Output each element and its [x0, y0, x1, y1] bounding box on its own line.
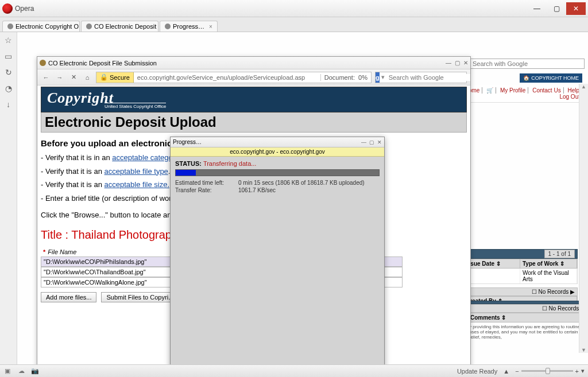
- rate-label: Transfer Rate:: [175, 187, 238, 193]
- stop-button[interactable]: ✕: [68, 72, 79, 83]
- copyright-home-button[interactable]: 🏠 COPYRIGHT HOME: [520, 73, 582, 83]
- window-buttons: — ▢ ✕: [527, 2, 586, 15]
- submit-files-button[interactable]: Submit Files to Copyri…: [101, 292, 180, 302]
- cloud-icon[interactable]: ☁: [17, 367, 25, 375]
- link-acceptable-file-size[interactable]: acceptable file size.: [105, 180, 169, 189]
- close-icon[interactable]: ×: [209, 24, 212, 30]
- search-input[interactable]: [386, 74, 470, 81]
- eta-label: Estimated time left:: [175, 180, 238, 186]
- progress-status: STATUS: Transferring data...: [171, 157, 384, 168]
- address-bar[interactable]: 🔒 Secure eco.copyright.gov/eService_enu/…: [96, 72, 372, 83]
- opera-logo-icon: [2, 3, 13, 14]
- add-more-files-button[interactable]: Add more files...: [41, 292, 96, 302]
- link-acceptable-file-type[interactable]: acceptable file type: [105, 167, 168, 176]
- progress-bar: [175, 169, 380, 176]
- back-button[interactable]: ←: [41, 72, 51, 83]
- opera-title: Opera: [15, 5, 527, 13]
- tab-label: CO Electronic Deposit …: [94, 23, 158, 30]
- zoom-slider[interactable]: − + ▾: [515, 367, 585, 375]
- progress-dialog: Progress… — ▢ ✕ eco.copyright.gov - eco.…: [170, 137, 385, 372]
- zoom-out-icon[interactable]: −: [515, 368, 519, 375]
- progress-title-bar[interactable]: Progress… — ▢ ✕: [171, 137, 384, 147]
- camera-icon[interactable]: 📷: [31, 367, 39, 375]
- progress-maximize-button[interactable]: ▢: [369, 139, 374, 145]
- url-text: eco.copyright.gov/eService_enu/upload/eS…: [134, 74, 320, 81]
- document-progress: Document: 0%: [320, 74, 371, 81]
- zoom-chevron-icon[interactable]: ▾: [581, 367, 585, 375]
- forward-button[interactable]: →: [55, 72, 65, 83]
- inner-search: g▾: [375, 72, 467, 83]
- comments-panel: ☐ No Records ▶ Comments ⇕ y providing th…: [467, 296, 588, 341]
- eta-value: 0 min 15 secs (1806 KB of 18618.7 KB upl…: [238, 180, 365, 186]
- eco-page-right: 🏠 COPYRIGHT HOME Home 🛒 My Profile Conta…: [456, 32, 588, 364]
- tab-co-electronic-deposit[interactable]: CO Electronic Deposit … ×: [81, 21, 158, 32]
- inner-close-button[interactable]: ✕: [463, 60, 468, 66]
- col-issue-date[interactable]: Issue Date ⇕: [463, 259, 520, 268]
- progress-url: eco.copyright.gov - eco.copyright.gov: [171, 147, 384, 157]
- opera-search: [470, 59, 585, 69]
- copyright-logo-bar: Copyright United States Copyright Office: [41, 87, 467, 112]
- copyright-home-label: COPYRIGHT HOME: [531, 75, 579, 81]
- google-icon[interactable]: g: [376, 72, 380, 83]
- result-columns: Issue Date ⇕ Type of Work ⇕: [463, 259, 578, 269]
- zoom-in-icon[interactable]: +: [575, 368, 579, 375]
- result-count: 1 - 1 of 1: [544, 250, 575, 258]
- result-bar: 1 - 1 of 1: [463, 249, 578, 259]
- status-bar: ▣ ☁ 📷 Update Ready ▲ − + ▾: [0, 364, 588, 377]
- chevron-down-icon[interactable]: ▾: [380, 73, 386, 81]
- copyright-subtitle: United States Copyright Office: [105, 103, 166, 109]
- col-type-of-work[interactable]: Type of Work ⇕: [520, 259, 577, 268]
- inner-nav-bar: ← → ✕ ⌂ 🔒 Secure eco.copyright.gov/eServ…: [37, 69, 470, 85]
- window-maximize-button[interactable]: ▢: [547, 2, 566, 15]
- table-row[interactable]: Work of the Visual Arts: [463, 269, 578, 284]
- cell-issue-date: [463, 269, 520, 283]
- scrollbar-vertical[interactable]: [579, 84, 588, 353]
- window-close-button[interactable]: ✕: [566, 2, 586, 15]
- tab-electronic-copyright[interactable]: Electronic Copyright O… ×: [2, 21, 80, 32]
- inner-title-bar[interactable]: CO Electronic Deposit File Submission — …: [37, 57, 470, 69]
- no-records-bar: ☐ No Records ▶: [467, 304, 588, 313]
- rate-value: 1061.7 KB/sec: [238, 187, 276, 193]
- tab-label: Electronic Copyright O…: [16, 23, 80, 30]
- home-button[interactable]: ⌂: [82, 72, 92, 83]
- inner-minimize-button[interactable]: —: [446, 60, 451, 66]
- update-ready-label[interactable]: Update Ready: [457, 368, 497, 375]
- inner-window-title: CO Electronic Deposit File Submission: [48, 60, 157, 67]
- clock-icon[interactable]: ◔: [4, 84, 13, 93]
- link-my-profile[interactable]: My Profile: [498, 87, 528, 94]
- progress-minimize-button[interactable]: —: [361, 139, 366, 145]
- opera-sidebar: ☆ ▭ ↻ ◔ ↓: [0, 32, 17, 364]
- refresh-icon[interactable]: ↻: [4, 68, 13, 77]
- page-title: Electronic Deposit Upload: [41, 112, 467, 133]
- inner-maximize-button[interactable]: ▢: [455, 60, 460, 66]
- progress-meta: Estimated time left:0 min 15 secs (1806 …: [171, 180, 384, 193]
- secure-badge: 🔒 Secure: [96, 72, 134, 83]
- chevron-up-icon[interactable]: ▲: [503, 368, 509, 375]
- progress-close-button[interactable]: ✕: [377, 139, 382, 145]
- zoom-knob[interactable]: [546, 368, 550, 374]
- favicon-icon: [7, 24, 13, 29]
- opera-title-bar: Opera — ▢ ✕: [0, 0, 588, 17]
- comments-header: Comments ⇕: [467, 313, 588, 322]
- link-acceptable-category[interactable]: acceptable category: [112, 153, 179, 162]
- favicon-icon: [165, 24, 171, 29]
- progress-status-value: Transferring data...: [203, 160, 257, 167]
- panel-icon[interactable]: ▣: [3, 367, 11, 375]
- link-contact-us[interactable]: Contact Us: [530, 87, 563, 94]
- cart-icon[interactable]: 🛒: [484, 87, 496, 94]
- no-records-bar: ☐ No Records ▶: [463, 287, 578, 296]
- favicon-icon: [86, 24, 92, 29]
- progress-title: Progress…: [173, 139, 202, 145]
- tab-label: Progress…: [173, 23, 204, 30]
- window-minimize-button[interactable]: —: [527, 2, 547, 15]
- search-input[interactable]: [470, 59, 585, 69]
- tab-strip: Electronic Copyright O… × CO Electronic …: [0, 17, 588, 32]
- star-icon[interactable]: ☆: [4, 36, 13, 45]
- progress-fill: [176, 170, 196, 176]
- tab-progress[interactable]: Progress… ×: [160, 21, 218, 32]
- note-icon[interactable]: ▭: [4, 52, 13, 61]
- fineprint: y providing this information you are agr…: [467, 322, 588, 341]
- download-icon[interactable]: ↓: [4, 100, 13, 109]
- page-viewport: 🏠 COPYRIGHT HOME Home 🛒 My Profile Conta…: [17, 32, 588, 364]
- favicon-icon: [40, 60, 46, 66]
